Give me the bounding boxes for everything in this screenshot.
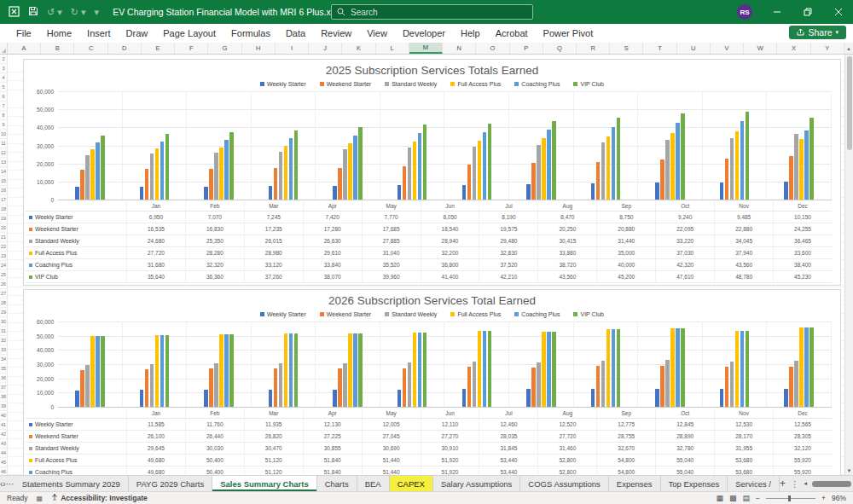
ribbon-tab-review[interactable]: Review: [313, 26, 359, 41]
sheet-tab-top-expenses[interactable]: Top Expenses: [661, 476, 728, 491]
zoom-out-icon[interactable]: −: [756, 494, 760, 502]
column-header-A[interactable]: A: [8, 43, 41, 54]
row-header-30[interactable]: 30: [0, 317, 7, 327]
row-header-23[interactable]: 23: [0, 252, 7, 261]
row-header-39[interactable]: 39: [0, 402, 7, 411]
ribbon-tab-insert[interactable]: Insert: [79, 26, 119, 41]
row-header-8[interactable]: 8: [0, 111, 7, 120]
ribbon-tab-help[interactable]: Help: [453, 26, 488, 41]
row-header-6[interactable]: 6: [0, 92, 7, 101]
column-header-S[interactable]: S: [610, 43, 643, 54]
sheet-options-icon[interactable]: ⋮: [791, 479, 799, 489]
row-header-4[interactable]: 4: [0, 73, 7, 83]
sheet-tab-sales-summary-charts[interactable]: Sales Summary Charts: [212, 476, 317, 491]
ribbon-tab-power-pivot[interactable]: Power Pivot: [536, 26, 601, 41]
column-header-H[interactable]: H: [242, 43, 276, 54]
row-header-28[interactable]: 28: [0, 298, 7, 308]
row-header-20[interactable]: 20: [0, 223, 7, 233]
hscroll-left-icon[interactable]: ◂: [804, 480, 807, 487]
ribbon-tab-file[interactable]: File: [9, 26, 39, 41]
row-header-21[interactable]: 21: [0, 233, 7, 242]
sheet-tab-bea[interactable]: BEA: [357, 476, 390, 491]
row-header-37[interactable]: 37: [0, 383, 7, 392]
column-header-J[interactable]: J: [309, 43, 342, 54]
customize-qat-icon[interactable]: ▾: [95, 8, 100, 17]
row-header-26[interactable]: 26: [0, 280, 7, 289]
column-header-Q[interactable]: Q: [543, 43, 577, 54]
row-header-7[interactable]: 7: [0, 101, 7, 111]
row-header-5[interactable]: 5: [0, 83, 7, 92]
sheet-tab-services[interactable]: Services /: [728, 476, 780, 491]
column-header-P[interactable]: P: [510, 43, 543, 54]
column-header-K[interactable]: K: [342, 43, 375, 54]
column-header-G[interactable]: G: [208, 43, 241, 54]
chart-2025-subscription-totals[interactable]: 2025 Subscription Services Totals Earned…: [23, 59, 841, 286]
column-header-U[interactable]: U: [677, 43, 711, 54]
row-header-3[interactable]: 3: [0, 64, 7, 73]
column-header-L[interactable]: L: [376, 43, 409, 54]
ribbon-tab-data[interactable]: Data: [278, 26, 313, 41]
row-header-10[interactable]: 10: [0, 130, 7, 139]
new-sheet-button[interactable]: +: [780, 478, 786, 490]
column-header-D[interactable]: D: [108, 43, 142, 54]
column-header-E[interactable]: E: [142, 43, 175, 54]
row-header-36[interactable]: 36: [0, 374, 7, 383]
page-layout-view-icon[interactable]: ▩: [729, 494, 737, 502]
sheet-tab-salary-assumptions[interactable]: Salary Assumptions: [433, 476, 520, 491]
column-header-C[interactable]: C: [74, 43, 107, 54]
row-header-31[interactable]: 31: [0, 327, 7, 336]
column-header-B[interactable]: B: [41, 43, 74, 54]
scroll-up-icon[interactable]: ▲: [844, 43, 853, 54]
redo-icon[interactable]: ↻ ▾: [71, 8, 86, 17]
sheet-tab-statements-summary-2029[interactable]: Statements Summary 2029: [15, 476, 129, 491]
ribbon-tab-acrobat[interactable]: Acrobat: [488, 26, 536, 41]
ribbon-tab-page-layout[interactable]: Page Layout: [155, 26, 223, 41]
row-header-27[interactable]: 27: [0, 289, 7, 298]
row-header-11[interactable]: 11: [0, 139, 7, 148]
ribbon-tab-developer[interactable]: Developer: [395, 26, 453, 41]
sheet-tab-expenses[interactable]: Expenses: [609, 476, 661, 491]
select-all-corner[interactable]: [0, 43, 8, 54]
sheet-tab-payg-2029-charts[interactable]: PAYG 2029 Charts: [129, 476, 212, 491]
more-sheets-icon[interactable]: ⋯: [6, 476, 15, 491]
zoom-slider[interactable]: [766, 498, 815, 499]
search-box[interactable]: [331, 4, 533, 20]
row-header-15[interactable]: 15: [0, 177, 7, 186]
ribbon-tab-draw[interactable]: Draw: [119, 26, 156, 41]
row-header-13[interactable]: 13: [0, 158, 7, 167]
row-header-16[interactable]: 16: [0, 186, 7, 195]
row-header-34[interactable]: 34: [0, 355, 7, 364]
ribbon-tab-view[interactable]: View: [359, 26, 395, 41]
row-header-43[interactable]: 43: [0, 439, 7, 449]
row-header-12[interactable]: 12: [0, 148, 7, 158]
row-header-2[interactable]: 2: [0, 55, 7, 64]
column-header-O[interactable]: O: [476, 43, 509, 54]
horizontal-scrollbar-thumb[interactable]: [812, 481, 851, 487]
column-header-X[interactable]: X: [777, 43, 810, 54]
column-header-V[interactable]: V: [711, 43, 744, 54]
column-header-F[interactable]: F: [175, 43, 208, 54]
column-header-W[interactable]: W: [744, 43, 777, 54]
chart-2026-subscription-totals[interactable]: 2026 Subscription Services Total Earned …: [23, 289, 841, 475]
scrollbar-thumb[interactable]: [847, 56, 852, 150]
row-header-14[interactable]: 14: [0, 167, 7, 177]
save-icon[interactable]: [28, 6, 38, 18]
zoom-in-icon[interactable]: +: [821, 494, 826, 502]
row-header-19[interactable]: 19: [0, 214, 7, 223]
zoom-level[interactable]: 96%: [832, 494, 846, 502]
excel-app-icon[interactable]: [9, 6, 20, 19]
row-header-40[interactable]: 40: [0, 411, 7, 420]
ribbon-tab-formulas[interactable]: Formulas: [223, 26, 278, 41]
row-header-32[interactable]: 32: [0, 336, 7, 345]
accessibility-status[interactable]: Accessibility: Investigate: [61, 494, 148, 502]
row-header-29[interactable]: 29: [0, 308, 7, 317]
macro-record-icon[interactable]: ▦: [37, 495, 44, 502]
restore-button[interactable]: [793, 0, 822, 24]
sheet-tab-charts[interactable]: Charts: [317, 476, 357, 491]
scroll-down-icon[interactable]: ▼: [847, 468, 852, 473]
page-break-view-icon[interactable]: ▤: [743, 494, 751, 502]
close-button[interactable]: [824, 0, 853, 24]
row-header-9[interactable]: 9: [0, 120, 7, 130]
sheet-tab-capex[interactable]: CAPEX: [390, 476, 433, 491]
row-header-33[interactable]: 33: [0, 345, 7, 355]
